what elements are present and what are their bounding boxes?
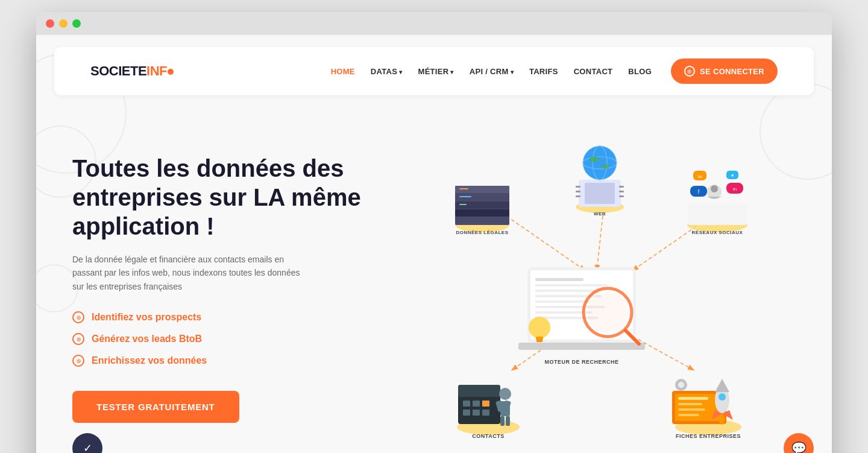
svg-rect-21 <box>619 186 624 188</box>
minimize-button[interactable] <box>59 19 68 28</box>
svg-point-87 <box>719 393 726 401</box>
svg-rect-67 <box>482 401 489 407</box>
diagram-svg: DONNÉES LÉGALES <box>374 131 796 445</box>
svg-text:DONNÉES LÉGALES: DONNÉES LÉGALES <box>456 230 508 235</box>
node-donnees-legales: DONNÉES LÉGALES <box>455 186 509 235</box>
svg-rect-82 <box>678 403 702 405</box>
svg-rect-13 <box>459 204 467 205</box>
svg-rect-23 <box>619 195 624 197</box>
hero-title: Toutes les données des entreprises sur L… <box>72 154 362 241</box>
svg-text:WEB: WEB <box>594 211 606 217</box>
svg-text:CONTACTS: CONTACTS <box>472 433 504 439</box>
svg-rect-81 <box>678 397 708 400</box>
svg-point-34 <box>711 185 718 192</box>
nav-item-datas[interactable]: DATAS▾ <box>365 66 409 77</box>
close-button[interactable] <box>46 19 54 28</box>
svg-rect-69 <box>473 410 480 416</box>
svg-rect-76 <box>506 416 510 426</box>
svg-text:tw: tw <box>698 174 703 179</box>
browser-titlebar <box>36 12 832 35</box>
page-content: SOCIETEINF HOME DATAS▾ MÉTIER▾ API / CRM… <box>36 35 832 453</box>
svg-rect-65 <box>463 401 470 407</box>
node-reseaux: f in tw ★ RÉSEAUX SOCIAUX <box>687 171 747 235</box>
maximize-button[interactable] <box>72 19 81 28</box>
svg-rect-64 <box>458 385 500 397</box>
node-fiches: FICHES ENTREPRISES <box>672 379 741 439</box>
feature-item-3: ◎ Enrichissez vos données <box>72 355 362 367</box>
svg-text:★: ★ <box>731 173 734 177</box>
browser-window: SOCIETEINF HOME DATAS▾ MÉTIER▾ API / CRM… <box>36 12 832 453</box>
svg-point-29 <box>602 164 609 169</box>
nav-item-tarifs[interactable]: TARIFS <box>523 66 564 77</box>
hero-features: ◎ Identifiez vos prospects ◎ Générez vos… <box>72 311 362 367</box>
svg-rect-46 <box>535 278 583 281</box>
node-web: WEB <box>576 146 624 217</box>
feature-item-1: ◎ Identifiez vos prospects <box>72 311 362 323</box>
svg-rect-22 <box>619 191 624 192</box>
svg-rect-18 <box>576 186 580 188</box>
svg-point-92 <box>678 382 684 388</box>
nav-item-home[interactable]: HOME <box>325 66 361 77</box>
svg-rect-70 <box>482 410 489 416</box>
svg-rect-47 <box>535 284 608 287</box>
svg-marker-86 <box>715 379 729 392</box>
svg-point-71 <box>499 388 511 400</box>
connect-icon: ◎ <box>684 66 695 77</box>
svg-rect-75 <box>500 416 505 426</box>
svg-point-90 <box>719 415 725 425</box>
svg-rect-66 <box>473 401 480 407</box>
nav-item-api[interactable]: API / CRM▾ <box>464 66 520 77</box>
svg-rect-54 <box>518 343 645 350</box>
feature-icon-3: ◎ <box>72 355 84 367</box>
svg-point-28 <box>590 156 599 162</box>
navbar: SOCIETEINF HOME DATAS▾ MÉTIER▾ API / CRM… <box>54 47 814 95</box>
hero-subtitle: De la donnée légale et financière aux co… <box>72 253 301 293</box>
connect-button[interactable]: ◎ SE CONNECTER <box>671 59 778 84</box>
svg-line-4 <box>633 337 693 370</box>
svg-text:FICHES ENTREPRISES: FICHES ENTREPRISES <box>676 433 741 439</box>
svg-rect-12 <box>459 196 471 197</box>
svg-text:RÉSEAUX SOCIAUX: RÉSEAUX SOCIAUX <box>692 230 743 235</box>
svg-rect-19 <box>576 191 580 192</box>
hero-diagram: DONNÉES LÉGALES <box>374 131 796 445</box>
nav-item-metier[interactable]: MÉTIER▾ <box>412 66 460 77</box>
nav-item-contact[interactable]: CONTACT <box>568 66 619 77</box>
svg-text:MOTEUR DE RECHERCHE: MOTEUR DE RECHERCHE <box>544 359 618 365</box>
node-moteur: MOTEUR DE RECHERCHE <box>518 267 645 365</box>
nav-link-metier[interactable]: MÉTIER▾ <box>412 63 460 80</box>
feature-item-2: ◎ Générez vos leads BtoB <box>72 333 362 345</box>
nav-link-home[interactable]: HOME <box>325 63 361 80</box>
svg-line-0 <box>506 216 585 270</box>
svg-rect-84 <box>678 414 699 416</box>
nav-link-tarifs[interactable]: TARIFS <box>523 63 564 80</box>
svg-rect-11 <box>459 188 468 189</box>
feature-icon-1: ◎ <box>72 311 84 323</box>
svg-rect-50 <box>535 300 590 303</box>
svg-point-56 <box>587 292 628 333</box>
nav-item-blog[interactable]: BLOG <box>622 66 658 77</box>
feature-icon-2: ◎ <box>72 333 84 345</box>
hero-left: Toutes les données des entreprises sur L… <box>72 154 362 423</box>
node-contacts: CONTACTS <box>457 385 520 439</box>
logo[interactable]: SOCIETEINF <box>90 63 174 79</box>
nav-links: HOME DATAS▾ MÉTIER▾ API / CRM▾ TARIFS CO… <box>325 59 778 84</box>
svg-rect-10 <box>455 209 509 217</box>
svg-rect-60 <box>536 340 542 342</box>
svg-rect-32 <box>687 204 747 225</box>
nav-link-contact[interactable]: CONTACT <box>568 63 619 80</box>
nav-link-api[interactable]: API / CRM▾ <box>464 63 520 80</box>
nav-link-blog[interactable]: BLOG <box>622 63 658 80</box>
svg-rect-83 <box>678 408 705 411</box>
svg-rect-20 <box>576 195 580 197</box>
svg-rect-17 <box>585 183 615 204</box>
hero-section: Toutes les données des entreprises sur L… <box>36 107 832 453</box>
svg-rect-68 <box>463 410 470 416</box>
nav-link-datas[interactable]: DATAS▾ <box>365 63 409 80</box>
svg-rect-59 <box>536 337 543 340</box>
svg-line-1 <box>597 216 603 270</box>
svg-text:in: in <box>733 186 737 192</box>
test-button[interactable]: TESTER GRATUITEMENT <box>72 391 239 423</box>
svg-rect-48 <box>535 290 596 292</box>
svg-point-58 <box>529 317 550 338</box>
